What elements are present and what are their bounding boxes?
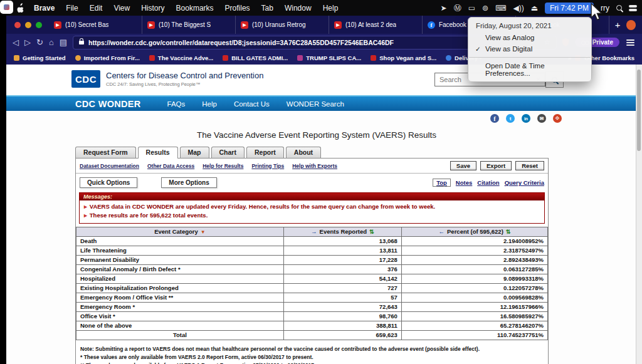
header-percent[interactable]: ←Percent (of 595,622)⇅ — [401, 227, 547, 236]
zoom-window-button[interactable] — [36, 22, 42, 28]
reload-icon[interactable]: ↻ — [36, 38, 43, 46]
keyboard-icon[interactable]: ⌨ — [495, 4, 506, 12]
nav-link-wonder-search[interactable]: WONDER Search — [287, 100, 344, 108]
tab-map[interactable]: Map — [180, 147, 209, 158]
sort-toggle-icon[interactable]: ⇅ — [369, 229, 374, 235]
browser-menu-icon[interactable] — [626, 42, 634, 43]
menubar-item-window[interactable]: Window — [279, 4, 317, 13]
display-icon[interactable]: ▭ — [468, 4, 475, 12]
home-icon[interactable]: ⌂ — [49, 38, 54, 46]
bookmark-label: Shop Vegan and S... — [379, 55, 436, 61]
jump-link-top[interactable]: Top — [433, 179, 451, 187]
jump-link-query-criteria[interactable]: Query Criteria — [505, 179, 544, 186]
page-body: f t in ✉ ⟐ The Vaccine Adverse Event Rep… — [6, 111, 642, 364]
link-help-with-exports[interactable]: Help with Exports — [292, 163, 337, 169]
sort-desc-icon[interactable]: ▼ — [201, 229, 206, 235]
menubar-item-history[interactable]: History — [135, 4, 170, 13]
menu-item-date-time-preferences[interactable]: Open Date & Time Preferences... — [468, 60, 591, 79]
mouse-cursor — [590, 3, 603, 21]
move-left-icon[interactable]: ← — [439, 228, 445, 235]
save-button[interactable]: Save — [450, 161, 476, 170]
accessibility-icon[interactable]: ⊚ — [482, 4, 488, 12]
menubar-item-profiles[interactable]: Profiles — [219, 4, 256, 13]
app-icon-glyph — [4, 4, 9, 10]
link-help-for-results[interactable]: Help for Results — [203, 163, 243, 169]
sidebar-icon[interactable]: ▤ — [60, 38, 67, 46]
new-tab-button[interactable]: + — [609, 19, 626, 30]
page-scrollbar[interactable] — [636, 65, 642, 364]
link-dataset-documentation[interactable]: Dataset Documentation — [80, 163, 139, 169]
jump-link-citation[interactable]: Citation — [477, 179, 499, 186]
menubar-item-bookmarks[interactable]: Bookmarks — [171, 4, 219, 13]
menubar-item-edit[interactable]: Edit — [84, 4, 108, 13]
nav-link-faqs[interactable]: FAQs — [167, 100, 186, 108]
browser-tab[interactable]: ▶ (10) Uranus Retrog — [236, 16, 329, 34]
facebook-share-icon[interactable]: f — [490, 114, 499, 123]
cdc-brand[interactable]: CDC Centers for Disease Control and Prev… — [71, 70, 263, 88]
menu-item-view-as-digital[interactable]: ✓ View as Digital — [468, 43, 591, 55]
syndicate-icon[interactable]: ⟐ — [553, 114, 562, 123]
forward-icon[interactable]: ▷ — [24, 38, 31, 46]
event-category-cell: Death — [76, 236, 284, 246]
menubar-item-help[interactable]: Help — [317, 4, 344, 13]
table-row: None of the above388,81165.278146207% — [76, 321, 548, 330]
menubar-item-brave[interactable]: Brave — [28, 4, 60, 13]
eject-icon[interactable]: ⏏ — [531, 4, 538, 12]
link-other-data-access[interactable]: Other Data Access — [147, 163, 194, 169]
move-right-icon[interactable]: → — [311, 228, 317, 235]
scrollbar-thumb[interactable] — [637, 70, 641, 151]
profile-avatar[interactable] — [626, 20, 636, 30]
m-badge-icon[interactable]: Ⓜ — [454, 4, 461, 12]
nav-link-help[interactable]: Help — [202, 100, 217, 108]
other-bookmarks-label: Other Bookmarks — [584, 55, 634, 61]
email-share-icon[interactable]: ✉ — [537, 114, 546, 123]
link-printing-tips[interactable]: Printing Tips — [251, 163, 284, 169]
tab-report[interactable]: Report — [246, 147, 284, 158]
pointer-icon[interactable]: ➤ — [441, 4, 447, 12]
messages-box: Messages: ▸VAERS data in CDC WONDER are … — [79, 192, 545, 224]
header-event-category[interactable]: Event Category▼ — [76, 227, 284, 236]
browser-tab[interactable]: ▶ (10) Secret Bas — [49, 16, 142, 34]
menubar-item-tab[interactable]: Tab — [256, 4, 279, 13]
note-line: Note: Submitting a report to VAERS does … — [80, 345, 544, 353]
tab-request-form[interactable]: Request Form — [75, 147, 136, 158]
menubar-item-view[interactable]: View — [108, 4, 135, 13]
browser-tab[interactable]: ▶ (10) The Biggest S — [142, 16, 236, 34]
menubar-clock[interactable]: Fri 7:42 PM — [545, 3, 594, 14]
bookmark-item[interactable]: TRUMP SLIPS CA... — [297, 55, 361, 61]
twitter-share-icon[interactable]: t — [506, 114, 515, 123]
minimize-window-button[interactable] — [25, 22, 31, 28]
bookmark-item[interactable]: Getting Started — [14, 55, 66, 61]
more-options-button[interactable]: More Options — [161, 177, 216, 188]
event-category-cell: Life Threatening — [76, 246, 284, 255]
wonder-brand[interactable]: CDC WONDER — [75, 99, 141, 109]
quick-options-button[interactable]: Quick Options — [80, 177, 137, 188]
jump-link-notes[interactable]: Notes — [456, 179, 472, 186]
facebook-favicon: f — [428, 21, 435, 29]
bookmark-item[interactable]: Imported From Fir... — [75, 55, 140, 61]
volume-icon[interactable]: ◀)) — [513, 4, 524, 12]
export-button[interactable]: Export — [480, 161, 512, 170]
bookmark-item[interactable]: Shop Vegan and S... — [371, 55, 436, 61]
browser-tab[interactable]: ▶ (10) At least 2 dea — [329, 16, 423, 34]
spotlight-search-icon[interactable] — [616, 5, 622, 11]
bookmark-label: TRUMP SLIPS CA... — [306, 55, 361, 61]
bookmark-item[interactable]: The Vaccine Adve... — [149, 55, 213, 61]
back-icon[interactable]: ◁ — [13, 38, 19, 46]
tab-about[interactable]: About — [286, 147, 321, 158]
menubar-item-file[interactable]: File — [60, 4, 83, 13]
header-events-reported[interactable]: →Events Reported⇅ — [283, 227, 401, 236]
bookmark-item[interactable]: BILL GATES ADMI... — [223, 55, 288, 61]
linkedin-share-icon[interactable]: in — [522, 114, 530, 123]
desktop-app-icon[interactable] — [0, 1, 13, 14]
sort-toggle-icon[interactable]: ⇅ — [506, 229, 511, 235]
menu-item-view-as-analog[interactable]: View as Analog — [468, 32, 591, 43]
control-center-icon[interactable] — [629, 5, 637, 11]
bookmark-favicon — [446, 55, 451, 61]
tab-results[interactable]: Results — [138, 147, 178, 159]
nav-link-contact-us[interactable]: Contact Us — [234, 100, 270, 108]
close-window-button[interactable] — [14, 22, 21, 28]
reset-button[interactable]: Reset — [515, 161, 544, 170]
tab-chart[interactable]: Chart — [211, 147, 245, 158]
vaers-results-table: Event Category▼ →Events Reported⇅ ←Perce… — [76, 227, 548, 340]
